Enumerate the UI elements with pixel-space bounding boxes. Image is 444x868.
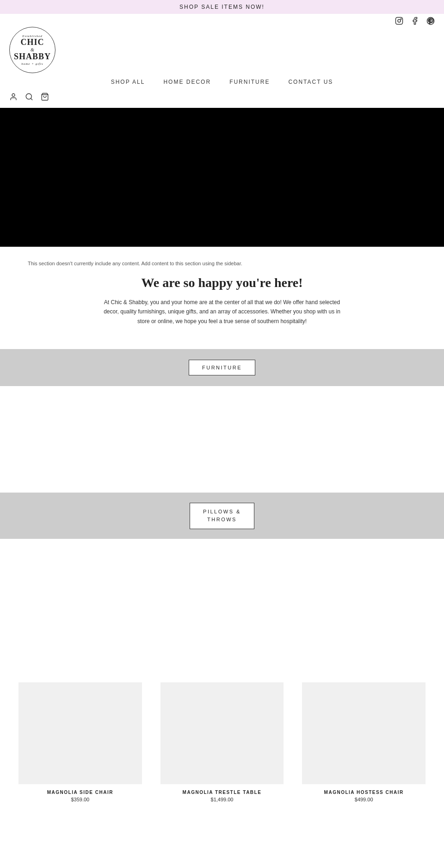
- product-image-2: [160, 682, 284, 784]
- info-body: At Chic & Shabby, you and your home are …: [97, 298, 347, 326]
- product-name-3: MAGNOLIA HOSTESS CHAIR: [302, 790, 426, 795]
- logo[interactable]: Established CHIC & SHABBY home + gifts: [9, 27, 56, 73]
- products-spacer: [0, 539, 444, 678]
- instagram-icon[interactable]: [395, 17, 403, 27]
- cart-icon[interactable]: [41, 93, 49, 103]
- info-note: This section doesn't currently include a…: [28, 261, 416, 266]
- product-image-3: [302, 682, 426, 784]
- logo-amp: &: [31, 47, 34, 52]
- pillows-banner[interactable]: PILLOWS & THROWS: [0, 493, 444, 539]
- svg-rect-0: [396, 18, 403, 25]
- pillows-label-line2: THROWS: [207, 517, 237, 522]
- info-heading: We are so happy you're here!: [28, 275, 416, 290]
- hero-image: [0, 108, 444, 247]
- logo-area[interactable]: Established CHIC & SHABBY home + gifts: [0, 27, 444, 73]
- svg-point-3: [12, 94, 15, 96]
- social-icons-bar: [0, 14, 444, 27]
- product-price-2: $1,499.00: [160, 797, 284, 802]
- product-name-1: MAGNOLIA SIDE CHAIR: [18, 790, 142, 795]
- logo-chic: CHIC: [20, 38, 44, 47]
- product-item[interactable]: MAGNOLIA TRESTLE TABLE $1,499.00: [151, 678, 293, 810]
- svg-point-1: [398, 19, 401, 22]
- facebook-icon[interactable]: [411, 17, 419, 27]
- info-section: This section doesn't currently include a…: [0, 247, 444, 335]
- furniture-button[interactable]: FURNITURE: [189, 360, 255, 375]
- nav-contact[interactable]: CONTACT US: [288, 79, 333, 85]
- logo-shabby: SHABBY: [14, 52, 51, 62]
- account-icon[interactable]: [9, 93, 18, 103]
- announcement-bar[interactable]: SHOP SALE ITEMS NOW!: [0, 0, 444, 14]
- product-item[interactable]: MAGNOLIA HOSTESS CHAIR $499.00: [293, 678, 435, 810]
- products-grid: MAGNOLIA SIDE CHAIR $359.00 MAGNOLIA TRE…: [0, 678, 444, 810]
- furniture-banner[interactable]: FURNITURE: [0, 349, 444, 386]
- product-item[interactable]: MAGNOLIA SIDE CHAIR $359.00: [9, 678, 151, 810]
- product-price-3: $499.00: [302, 797, 426, 802]
- announcement-text: SHOP SALE ITEMS NOW!: [179, 4, 265, 10]
- nav-home-decor[interactable]: HOME DECOR: [163, 79, 211, 85]
- pinterest-icon[interactable]: [426, 17, 435, 27]
- product-price-1: $359.00: [18, 797, 142, 802]
- main-nav: SHOP ALL HOME DECOR FURNITURE CONTACT US: [0, 73, 444, 91]
- utility-icons: [0, 91, 444, 108]
- nav-furniture[interactable]: FURNITURE: [229, 79, 270, 85]
- logo-tagline: home + gifts: [21, 62, 43, 66]
- pillows-button[interactable]: PILLOWS & THROWS: [190, 503, 254, 529]
- svg-line-5: [31, 98, 32, 100]
- spacer-1: [0, 386, 444, 493]
- nav-shop-all[interactable]: SHOP ALL: [111, 79, 145, 85]
- svg-point-2: [401, 19, 401, 19]
- search-icon[interactable]: [25, 93, 33, 103]
- pillows-label-line1: PILLOWS &: [203, 509, 241, 514]
- product-image-1: [18, 682, 142, 784]
- product-name-2: MAGNOLIA TRESTLE TABLE: [160, 790, 284, 795]
